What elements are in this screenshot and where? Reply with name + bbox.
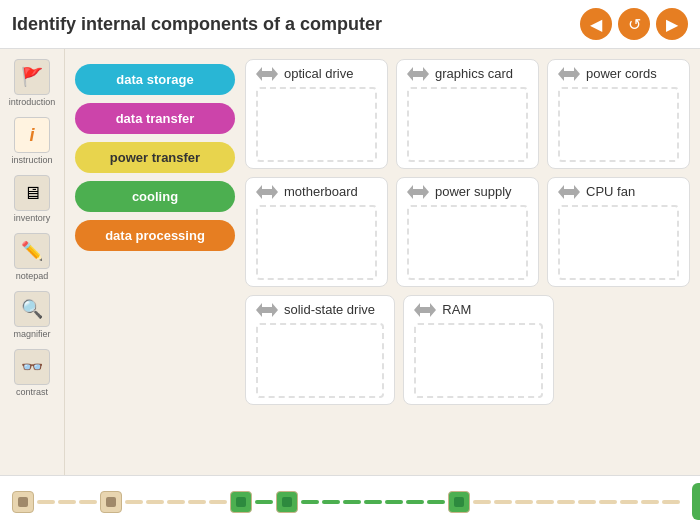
drop-area-solid-state-drive[interactable] (256, 323, 384, 398)
drop-area-ram[interactable] (414, 323, 542, 398)
progress-line-19 (515, 500, 533, 504)
progress-line-6 (167, 500, 185, 504)
progress-line-5 (146, 500, 164, 504)
transfer-icon-8 (414, 303, 436, 317)
progress-dot-3[interactable] (230, 491, 252, 513)
instruction-icon: i (14, 117, 50, 153)
svg-marker-5 (558, 185, 580, 199)
svg-marker-3 (256, 185, 278, 199)
empty-placeholder (562, 295, 690, 405)
progress-line-18 (494, 500, 512, 504)
drop-zones-grid: optical drive graphics card power cords (245, 59, 690, 465)
drop-area-motherboard[interactable] (256, 205, 377, 280)
bottom-bar: Submit (0, 475, 700, 522)
header-controls: ◀ ↺ ▶ (580, 8, 688, 40)
page-title: Identify internal components of a comput… (12, 14, 382, 35)
drop-row-2: motherboard power supply CPU fan (245, 177, 690, 287)
svg-marker-2 (558, 67, 580, 81)
svg-marker-6 (256, 303, 278, 317)
drop-area-power-supply[interactable] (407, 205, 528, 280)
transfer-icon-3 (558, 67, 580, 81)
drop-row-1: optical drive graphics card power cords (245, 59, 690, 169)
progress-line-3 (79, 500, 97, 504)
progress-dot-4[interactable] (276, 491, 298, 513)
sidebar-label-notepad: notepad (16, 271, 49, 281)
sidebar-label-contrast: contrast (16, 387, 48, 397)
category-data-processing[interactable]: data processing (75, 220, 235, 251)
category-power-transfer[interactable]: power transfer (75, 142, 235, 173)
forward-button[interactable]: ▶ (656, 8, 688, 40)
sidebar-item-contrast[interactable]: 👓 contrast (2, 345, 62, 401)
sidebar-item-magnifier[interactable]: 🔍 magnifier (2, 287, 62, 343)
categories-panel: data storage data transfer power transfe… (75, 59, 235, 465)
notepad-icon: ✏️ (14, 233, 50, 269)
progress-track (12, 491, 680, 513)
drop-zone-optical-drive[interactable]: optical drive (245, 59, 388, 169)
progress-line-22 (578, 500, 596, 504)
progress-line-14 (385, 500, 403, 504)
back-button[interactable]: ◀ (580, 8, 612, 40)
drop-zone-power-cords[interactable]: power cords (547, 59, 690, 169)
sidebar-item-inventory[interactable]: 🖥 inventory (2, 171, 62, 227)
drop-zone-graphics-card[interactable]: graphics card (396, 59, 539, 169)
magnifier-icon: 🔍 (14, 291, 50, 327)
transfer-icon-6 (558, 185, 580, 199)
drop-zone-motherboard[interactable]: motherboard (245, 177, 388, 287)
drop-zone-power-supply[interactable]: power supply (396, 177, 539, 287)
svg-marker-1 (407, 67, 429, 81)
drop-area-optical-drive[interactable] (256, 87, 377, 162)
progress-dot-2[interactable] (100, 491, 122, 513)
transfer-icon-7 (256, 303, 278, 317)
svg-marker-0 (256, 67, 278, 81)
progress-line-20 (536, 500, 554, 504)
transfer-icon (256, 67, 278, 81)
progress-line-21 (557, 500, 575, 504)
contrast-icon: 👓 (14, 349, 50, 385)
progress-line-7 (188, 500, 206, 504)
inventory-icon: 🖥 (14, 175, 50, 211)
category-data-transfer[interactable]: data transfer (75, 103, 235, 134)
progress-line-25 (641, 500, 659, 504)
introduction-icon: 🚩 (14, 59, 50, 95)
progress-line-2 (58, 500, 76, 504)
progress-dot-1[interactable] (12, 491, 34, 513)
drop-zone-solid-state-drive[interactable]: solid-state drive (245, 295, 395, 405)
progress-dot-5[interactable] (448, 491, 470, 513)
drop-zone-cpu-fan[interactable]: CPU fan (547, 177, 690, 287)
sidebar: 🚩 introduction i instruction 🖥 inventory… (0, 49, 65, 475)
progress-line-23 (599, 500, 617, 504)
main-area: 🚩 introduction i instruction 🖥 inventory… (0, 49, 700, 475)
svg-marker-4 (407, 185, 429, 199)
refresh-button[interactable]: ↺ (618, 8, 650, 40)
progress-line-13 (364, 500, 382, 504)
transfer-icon-2 (407, 67, 429, 81)
progress-line-12 (343, 500, 361, 504)
drop-area-power-cords[interactable] (558, 87, 679, 162)
progress-line-26 (662, 500, 680, 504)
sidebar-item-instruction[interactable]: i instruction (2, 113, 62, 169)
drop-zone-ram[interactable]: RAM (403, 295, 553, 405)
transfer-icon-5 (407, 185, 429, 199)
transfer-icon-4 (256, 185, 278, 199)
progress-line-24 (620, 500, 638, 504)
category-data-storage[interactable]: data storage (75, 64, 235, 95)
sidebar-item-introduction[interactable]: 🚩 introduction (2, 55, 62, 111)
sidebar-item-notepad[interactable]: ✏️ notepad (2, 229, 62, 285)
progress-line-8 (209, 500, 227, 504)
content-area: data storage data transfer power transfe… (65, 49, 700, 475)
drop-area-cpu-fan[interactable] (558, 205, 679, 280)
sidebar-label-introduction: introduction (9, 97, 56, 107)
progress-line-1 (37, 500, 55, 504)
svg-marker-7 (414, 303, 436, 317)
submit-button[interactable]: Submit (692, 483, 700, 520)
category-cooling[interactable]: cooling (75, 181, 235, 212)
progress-line-15 (406, 500, 424, 504)
progress-line-17 (473, 500, 491, 504)
drop-row-3: solid-state drive RAM (245, 295, 690, 405)
sidebar-label-instruction: instruction (11, 155, 52, 165)
sidebar-label-magnifier: magnifier (13, 329, 50, 339)
progress-line-9 (255, 500, 273, 504)
drop-area-graphics-card[interactable] (407, 87, 528, 162)
progress-line-4 (125, 500, 143, 504)
progress-line-16 (427, 500, 445, 504)
